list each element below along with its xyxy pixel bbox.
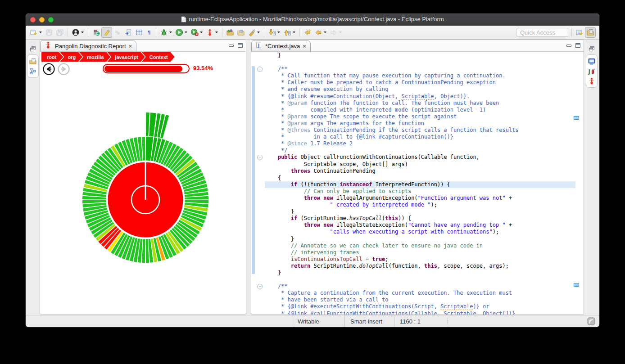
close-icon[interactable]: ×	[303, 43, 306, 49]
code-line[interactable]: return ScriptRuntime.doTopCall(function,…	[265, 263, 575, 270]
code-line[interactable]: }	[265, 208, 575, 215]
outline-button[interactable]	[28, 66, 38, 76]
restore-view-button[interactable]	[28, 44, 38, 54]
breadcrumb-item-root[interactable]: root	[41, 52, 63, 62]
code-line[interactable]: * Capture a continuation from the curren…	[265, 290, 575, 297]
coverage-button[interactable]	[189, 27, 204, 38]
code-line[interactable]: * @param function The function to call. …	[265, 100, 575, 107]
code-line[interactable]: * {@link #callFunctionWithContinuations(…	[265, 310, 575, 315]
open-resource-button[interactable]	[236, 27, 246, 38]
code-line[interactable]: public Object callFunctionWithContinuati…	[265, 154, 575, 161]
next-annotation-button[interactable]	[267, 27, 282, 38]
junit-button[interactable]: J	[587, 66, 597, 76]
code-line[interactable]: isContinuationsTopCall = true;	[265, 256, 575, 263]
previous-annotation-button[interactable]	[282, 27, 297, 38]
search-button[interactable]	[246, 27, 262, 38]
code-line[interactable]: * and resume execution by calling	[265, 86, 575, 93]
pangolin-run-button[interactable]	[204, 27, 220, 38]
run-button[interactable]	[174, 27, 189, 38]
code-line[interactable]: }	[265, 52, 575, 59]
dropdown-caret-icon[interactable]	[39, 31, 42, 33]
dropdown-caret-icon[interactable]	[169, 31, 172, 33]
link-with-editor-button[interactable]	[123, 27, 134, 38]
code-line[interactable]: * Call function that may pause execution…	[265, 72, 575, 79]
dropdown-caret-icon[interactable]	[339, 31, 342, 33]
code-line[interactable]: " created by interpreted mode ");	[265, 202, 575, 208]
dropdown-caret-icon[interactable]	[81, 31, 84, 33]
code-line[interactable]	[265, 59, 575, 66]
dropdown-caret-icon[interactable]	[200, 31, 203, 33]
code-line[interactable]: * Caller must be prepared to catch a Con…	[265, 79, 575, 86]
code-line[interactable]: }	[265, 236, 575, 243]
code-line[interactable]: * in a call to {@link #captureContinuati…	[265, 134, 575, 140]
dropdown-caret-icon[interactable]	[277, 31, 280, 33]
console-button[interactable]	[587, 56, 597, 66]
fold-collapse-icon[interactable]: −	[257, 67, 263, 72]
progress-indicator-button[interactable]	[587, 317, 595, 327]
minimize-view-button[interactable]	[566, 45, 571, 47]
sunburst-fan-segment[interactable]	[146, 112, 149, 136]
code-line[interactable]: if (ScriptRuntime.hasTopCall(this)) {	[265, 215, 575, 222]
code-line[interactable]: * @param args The arguments for the func…	[265, 120, 575, 127]
profile-button[interactable]	[70, 27, 86, 38]
code-line[interactable]: /**	[265, 66, 575, 72]
restore-view-button[interactable]	[587, 44, 597, 54]
fold-collapse-icon[interactable]: −	[257, 284, 263, 289]
code-line[interactable]: throw new IllegalStateException("Cannot …	[265, 222, 575, 229]
overview-ruler-marker[interactable]	[574, 283, 579, 287]
overview-ruler-marker[interactable]	[574, 116, 579, 120]
last-edit-location-button[interactable]	[302, 27, 313, 38]
code-line[interactable]: // Annotate so we can check later to ens…	[265, 243, 575, 249]
code-line[interactable]: if (!(function instanceof InterpretedFun…	[265, 181, 575, 188]
code-line[interactable]: /**	[265, 283, 575, 290]
code-line[interactable]: throw new IllegalArgumentException("Func…	[265, 195, 575, 202]
dropdown-caret-icon[interactable]	[324, 31, 326, 33]
tab-context-java[interactable]: J *Context.java ×	[251, 40, 311, 51]
breadcrumb-item-Context[interactable]: Context	[142, 52, 175, 62]
status-grip[interactable]: ⋮⋮	[445, 319, 450, 324]
new-wizard-button[interactable]	[28, 27, 44, 38]
close-icon[interactable]: ×	[129, 43, 132, 49]
code-line[interactable]: * @throws ContinuationPending if the scr…	[265, 127, 575, 134]
sash[interactable]	[246, 40, 251, 315]
coverage-sunburst-chart[interactable]	[40, 52, 246, 315]
dropdown-caret-icon[interactable]	[185, 31, 187, 33]
maximize-view-button[interactable]	[575, 43, 580, 48]
code-line[interactable]: * {@link #executeScriptWithContinuations…	[265, 303, 575, 310]
highlighter-button[interactable]	[101, 27, 112, 38]
pangolin-view-button[interactable]	[587, 76, 597, 86]
code-line[interactable]: * {@link #resumeContinuation(Object, Scr…	[265, 93, 575, 100]
code-editor[interactable]: } /** * Call function that may pause exe…	[251, 52, 584, 315]
code-line[interactable]: * @param scope The scope to execute the …	[265, 113, 575, 120]
code-line[interactable]: * @since 1.7 Release 2	[265, 140, 575, 147]
open-perspective-button[interactable]	[574, 27, 585, 38]
breadcrumb-item-org[interactable]: org	[60, 52, 82, 62]
dropdown-caret-icon[interactable]	[293, 31, 295, 33]
open-task-button[interactable]	[225, 27, 236, 38]
back-button[interactable]	[43, 63, 55, 77]
code-line[interactable]: */	[265, 147, 575, 154]
format-button[interactable]	[134, 27, 145, 38]
code-line[interactable]: "calls when executing a script with cont…	[265, 229, 575, 235]
minimize-view-button[interactable]	[229, 45, 234, 47]
debug-button[interactable]	[159, 27, 174, 38]
code-line[interactable]: {	[265, 175, 575, 181]
code-line[interactable]: // intervening frames	[265, 249, 575, 256]
breadcrumb-item-mozilla[interactable]: mozilla	[79, 52, 110, 62]
quick-access-input[interactable]	[516, 28, 569, 37]
dropdown-caret-icon[interactable]	[215, 31, 218, 33]
show-whitespace-button[interactable]: ¶	[145, 27, 154, 38]
fold-collapse-icon[interactable]: −	[257, 155, 263, 160]
code-line[interactable]	[265, 276, 575, 283]
maximize-view-button[interactable]	[238, 43, 243, 48]
back-history-button[interactable]	[313, 27, 328, 38]
code-line[interactable]: * compiled with interpreted mode (optimi…	[265, 107, 575, 113]
tab-pangolin-diagnostic-report[interactable]: Pangolin Diagnostic Report ×	[40, 40, 136, 51]
dropdown-caret-icon[interactable]	[257, 31, 260, 33]
code-line[interactable]: }	[265, 270, 575, 276]
package-explorer-button[interactable]	[28, 56, 38, 66]
code-line[interactable]: * have been started via a call to	[265, 297, 575, 303]
code-line[interactable]: Scriptable scope, Object[] args)	[265, 161, 575, 168]
java-perspective-button[interactable]	[585, 27, 596, 38]
debug-attach-button[interactable]	[91, 27, 101, 38]
